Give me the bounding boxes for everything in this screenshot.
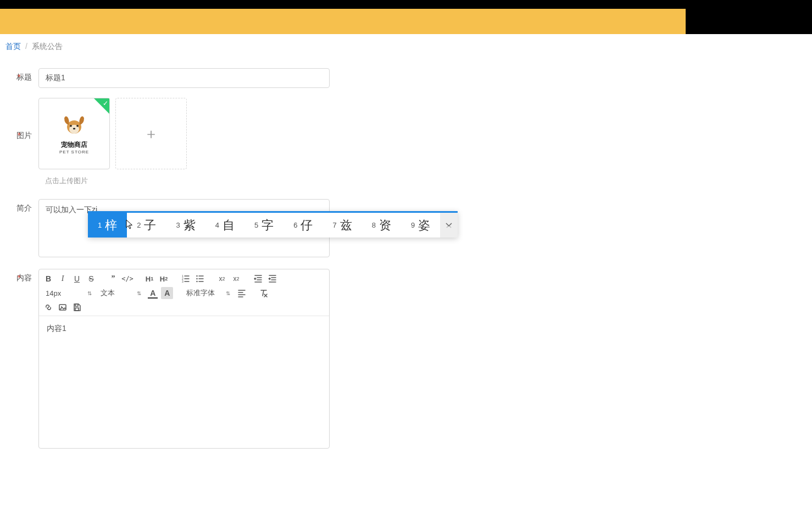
font-size-select[interactable]: 14px ⇅ xyxy=(42,287,95,299)
label-content: 内容 xyxy=(5,269,38,283)
pet-store-subtitle: PET STORE xyxy=(59,150,89,154)
breadcrumb-separator: / xyxy=(25,42,27,51)
font-family-value: 标准字体 xyxy=(186,288,215,298)
italic-button[interactable]: I xyxy=(57,273,69,285)
ime-char: 仔 xyxy=(301,217,313,234)
strike-button[interactable]: S xyxy=(85,273,97,285)
heading1-button[interactable]: H1 xyxy=(143,273,155,285)
ime-candidate-8[interactable]: 8 资 xyxy=(362,213,401,238)
svg-text:3: 3 xyxy=(182,280,183,283)
link-button[interactable] xyxy=(42,301,54,313)
add-image-button[interactable]: ＋ xyxy=(115,98,187,169)
ime-candidate-7[interactable]: 7 兹 xyxy=(322,213,361,238)
font-size-value: 14px xyxy=(46,289,61,297)
svg-point-2 xyxy=(70,125,72,127)
ime-char: 自 xyxy=(223,217,235,234)
form-row-title: 标题 xyxy=(5,68,807,88)
ime-num: 1 xyxy=(98,221,102,229)
ime-candidate-5[interactable]: 5 字 xyxy=(244,213,283,238)
ime-char: 资 xyxy=(379,217,391,234)
bold-button[interactable]: B xyxy=(42,273,54,285)
align-button[interactable] xyxy=(236,287,248,299)
block-type-select[interactable]: 文本 ⇅ xyxy=(97,287,144,299)
text-color-button[interactable]: A xyxy=(147,287,159,299)
svg-point-3 xyxy=(76,125,79,127)
form-row-image: 图片 宠物商店 PET STORE ＋ xyxy=(5,98,807,169)
svg-point-8 xyxy=(196,275,197,277)
save-button[interactable] xyxy=(71,301,83,313)
ime-num: 2 xyxy=(137,221,141,229)
outdent-button[interactable] xyxy=(252,273,264,285)
ime-candidate-6[interactable]: 6 仔 xyxy=(283,213,322,238)
caret-updown-icon: ⇅ xyxy=(137,290,141,296)
rich-text-editor: B I U S ” </> H1 H2 123 xyxy=(38,269,330,449)
subscript-button[interactable]: x2 xyxy=(216,273,228,285)
heading2-button[interactable]: H2 xyxy=(158,273,170,285)
ime-num: 7 xyxy=(332,221,336,229)
font-family-select[interactable]: 标准字体 ⇅ xyxy=(183,287,233,299)
editor-content-area[interactable]: 内容1 xyxy=(39,316,329,448)
ime-char: 兹 xyxy=(340,217,352,234)
ordered-list-button[interactable]: 123 xyxy=(180,273,192,285)
uploaded-image-card[interactable]: 宠物商店 PET STORE xyxy=(38,98,110,169)
caret-updown-icon: ⇅ xyxy=(226,290,230,296)
label-title: 标题 xyxy=(5,68,38,82)
ime-num: 4 xyxy=(215,221,219,229)
svg-point-4 xyxy=(73,128,75,129)
editor-toolbar: B I U S ” </> H1 H2 123 xyxy=(39,269,329,316)
upload-hint-text: 点击上传图片 xyxy=(45,176,807,186)
label-image: 图片 xyxy=(5,126,38,141)
ime-toggle-icon[interactable] xyxy=(440,213,458,238)
ime-num: 5 xyxy=(254,221,258,229)
code-button[interactable]: </> xyxy=(121,273,134,285)
ime-char: 字 xyxy=(262,217,274,234)
ime-candidate-3[interactable]: 3 紫 xyxy=(166,213,205,238)
ime-candidate-9[interactable]: 9 姿 xyxy=(401,213,440,238)
breadcrumb-home-link[interactable]: 首页 xyxy=(5,42,21,51)
image-button[interactable] xyxy=(57,301,69,313)
superscript-button[interactable]: x2 xyxy=(230,273,242,285)
ime-num: 3 xyxy=(176,221,180,229)
background-color-button[interactable]: A xyxy=(161,287,173,299)
svg-rect-14 xyxy=(75,308,79,311)
form-area: 标题 图片 宠物商店 PET STORE ＋ xyxy=(0,59,812,481)
ime-candidate-bar: 1 梓 2 子 3 紫 4 自 5 字 xyxy=(88,211,458,238)
blockquote-button[interactable]: ” xyxy=(107,273,119,285)
caret-updown-icon: ⇅ xyxy=(87,290,92,296)
ime-char: 子 xyxy=(144,217,156,234)
ime-num: 8 xyxy=(372,221,376,229)
ime-num: 9 xyxy=(411,221,415,229)
check-icon xyxy=(94,98,109,114)
label-brief: 简介 xyxy=(5,199,38,213)
underline-button[interactable]: U xyxy=(71,273,83,285)
ime-candidate-4[interactable]: 4 自 xyxy=(205,213,244,238)
unordered-list-button[interactable] xyxy=(194,273,206,285)
breadcrumb-current: 系统公告 xyxy=(32,42,63,51)
block-type-value: 文本 xyxy=(101,288,115,298)
ime-char: 梓 xyxy=(105,217,117,234)
svg-point-9 xyxy=(196,278,197,279)
svg-point-10 xyxy=(196,281,197,282)
form-row-content: 内容 B I U S ” </> H1 H2 123 xyxy=(5,269,807,449)
breadcrumb: 首页 / 系统公告 xyxy=(0,34,812,59)
ime-candidate-2[interactable]: 2 子 xyxy=(127,213,166,238)
plus-icon: ＋ xyxy=(144,124,158,143)
indent-button[interactable] xyxy=(266,273,279,285)
ime-num: 6 xyxy=(293,221,297,229)
form-row-brief: 简介 1 梓 2 子 3 紫 4 自 xyxy=(5,199,807,259)
clear-format-button[interactable] xyxy=(258,287,270,299)
svg-rect-13 xyxy=(75,304,78,306)
pet-store-dog-icon xyxy=(61,113,87,137)
ime-candidate-1[interactable]: 1 梓 xyxy=(88,213,127,238)
pet-store-title: 宠物商店 xyxy=(61,140,87,150)
top-right-black-block xyxy=(686,0,812,34)
ime-char: 紫 xyxy=(183,217,196,234)
title-input[interactable] xyxy=(38,68,330,88)
top-header-bar xyxy=(0,9,812,34)
ime-char: 姿 xyxy=(418,217,430,234)
